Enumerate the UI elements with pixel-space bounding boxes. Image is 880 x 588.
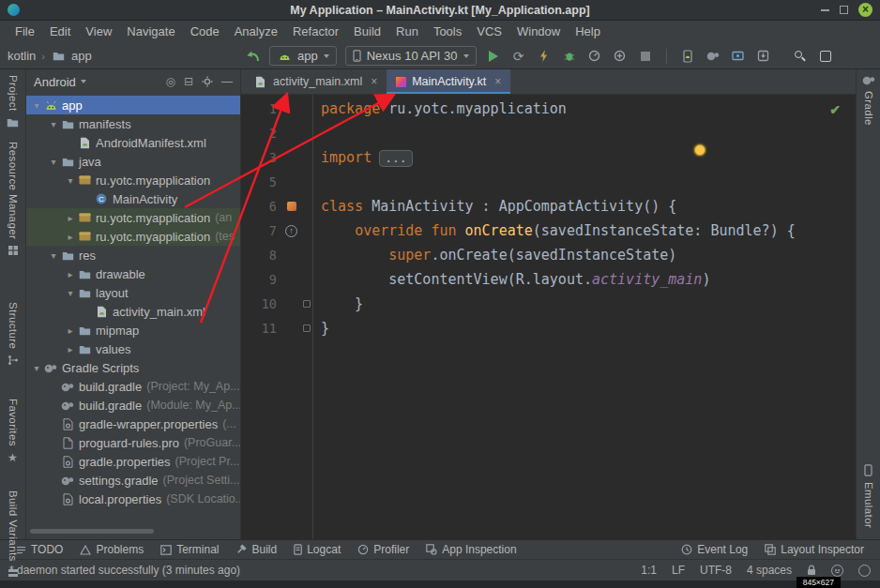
collapse-all-icon[interactable]: ⊟ <box>184 75 193 88</box>
fold-marker-icon[interactable] <box>303 300 311 308</box>
menu-item-run[interactable]: Run <box>388 21 426 43</box>
device-select[interactable]: Nexus 10 API 30 <box>345 46 477 66</box>
maximize-icon[interactable] <box>840 6 848 14</box>
sidebar-item-favorites[interactable]: Favorites ★ <box>8 399 19 463</box>
menu-item-tools[interactable]: Tools <box>426 21 469 43</box>
caret-position[interactable]: 1:1 <box>641 564 657 577</box>
hide-panel-icon[interactable]: — <box>221 75 233 88</box>
code-line[interactable]: 9 setContentView(R.layout.activity_main) <box>241 267 856 292</box>
tree-item-build-gradle[interactable]: build.gradle(Module: My_Ap... <box>26 396 240 415</box>
lock-icon[interactable] <box>807 565 816 576</box>
indent-setting[interactable]: 4 spaces <box>747 564 792 577</box>
run-config-select[interactable]: app <box>269 46 337 66</box>
tree-item-mainactivity[interactable]: CMainActivity <box>26 189 240 208</box>
tree-item-settings-gradle[interactable]: settings.gradle(Project Setti... <box>26 471 240 490</box>
tree-item-gradle-properties[interactable]: gradle.properties(Project Pr... <box>26 452 240 471</box>
locate-file-icon[interactable]: ◎ <box>165 75 174 88</box>
sidebar-item-emulator[interactable]: Emulator <box>863 464 874 528</box>
debug-icon[interactable] <box>561 48 578 65</box>
code-editor[interactable]: 1package ru.yotc.myapplication23import..… <box>241 95 856 539</box>
tree-item-build-gradle[interactable]: build.gradle(Project: My_Ap... <box>26 377 240 396</box>
minimize-icon[interactable] <box>821 9 829 11</box>
tree-item-mipmap[interactable]: ▸mipmap <box>26 321 240 339</box>
menu-item-code[interactable]: Code <box>183 21 227 43</box>
stop-icon[interactable] <box>637 48 654 65</box>
code-line[interactable]: 5 <box>241 170 856 194</box>
run-button[interactable] <box>485 48 502 65</box>
tab-mainactivity-kt[interactable]: MainActivity.kt × <box>387 69 510 94</box>
profiler-icon[interactable] <box>586 48 603 65</box>
toolwindow-button-terminal[interactable]: Terminal <box>152 543 227 556</box>
fold-marker-icon[interactable] <box>303 324 311 332</box>
tree-item-drawable[interactable]: ▸drawable <box>26 264 240 283</box>
toolwindow-button-build[interactable]: Build <box>228 543 286 556</box>
horizontal-scrollbar[interactable] <box>30 529 154 534</box>
menu-item-build[interactable]: Build <box>346 21 388 43</box>
code-line[interactable]: 1package ru.yotc.myapplication <box>241 97 856 121</box>
avd-manager-icon[interactable] <box>730 48 747 65</box>
breadcrumb-module[interactable]: kotlin <box>8 49 36 63</box>
menu-item-file[interactable]: File <box>8 21 42 43</box>
tree-item-gradle-wrapper-properties[interactable]: gradle-wrapper.properties(... <box>26 415 240 433</box>
sidebar-item-project[interactable]: Project <box>7 75 19 128</box>
code-line[interactable]: 8 super.onCreate(savedInstanceState) <box>241 243 856 267</box>
tree-item-res[interactable]: ▾res <box>26 246 240 264</box>
file-encoding[interactable]: UTF-8 <box>700 564 732 577</box>
menu-item-analyze[interactable]: Analyze <box>227 21 285 43</box>
toolwindow-button-todo[interactable]: TODO <box>8 543 71 556</box>
code-line[interactable]: 7↑ override fun onCreate(savedInstanceSt… <box>241 219 856 243</box>
menu-item-help[interactable]: Help <box>568 21 608 43</box>
tree-item-androidmanifest-xml[interactable]: AndroidManifest.xml <box>26 133 240 152</box>
sidebar-item-resource-manager[interactable]: Resource Manager <box>8 142 19 256</box>
settings-gear-icon[interactable] <box>202 76 213 87</box>
project-view-select[interactable]: Android <box>34 75 76 89</box>
menu-item-edit[interactable]: Edit <box>42 21 78 43</box>
notifications-icon[interactable] <box>858 565 871 577</box>
code-line[interactable]: 3import... <box>241 145 856 170</box>
tree-item-ru-yotc-myapplication[interactable]: ▸ru.yotc.myapplication(tes <box>26 227 240 246</box>
code-line[interactable]: 10 } <box>241 292 856 316</box>
toolwindow-button-event-log[interactable]: Event Log <box>673 543 756 556</box>
sidebar-item-gradle[interactable]: Gradle <box>862 75 875 126</box>
close-tab-icon[interactable]: × <box>494 75 501 88</box>
apply-code-changes-icon[interactable] <box>536 48 553 65</box>
toolwindow-button-logcat[interactable]: Logcat <box>285 543 349 556</box>
tab-activity-main-xml[interactable]: activity_main.xml × <box>243 69 387 94</box>
menu-item-view[interactable]: View <box>78 21 119 43</box>
attach-debugger-icon[interactable] <box>612 48 629 65</box>
tree-item-manifests[interactable]: ▾manifests <box>26 114 240 133</box>
device-manager-icon[interactable] <box>679 48 696 65</box>
code-line[interactable]: 6class MainActivity : AppCompatActivity(… <box>241 194 856 219</box>
sidebar-item-structure[interactable]: Structure <box>8 302 19 366</box>
tree-item-local-properties[interactable]: local.properties(SDK Locatio... <box>26 490 240 508</box>
menu-item-window[interactable]: Window <box>509 21 568 43</box>
menu-item-vcs[interactable]: VCS <box>469 21 509 43</box>
override-gutter-icon[interactable]: ↑ <box>285 225 297 237</box>
feedback-smiley-icon[interactable] <box>831 565 843 577</box>
menu-item-refactor[interactable]: Refactor <box>285 21 346 43</box>
sdk-manager-icon[interactable] <box>755 48 772 65</box>
breadcrumb-folder[interactable]: app <box>71 49 92 63</box>
tree-item-ru-yotc-myapplication[interactable]: ▸ru.yotc.myapplication(an <box>26 208 240 227</box>
menu-item-navigate[interactable]: Navigate <box>119 21 182 43</box>
toolwindow-button-app-inspection[interactable]: App Inspection <box>417 543 524 556</box>
search-icon[interactable] <box>792 48 809 65</box>
close-tab-icon[interactable]: × <box>371 75 377 88</box>
tree-item-gradle-scripts[interactable]: ▾Gradle Scripts <box>26 358 240 377</box>
toolwindow-button-profiler[interactable]: Profiler <box>349 543 417 556</box>
tree-item-java[interactable]: ▾java <box>26 152 240 171</box>
class-gutter-icon[interactable] <box>287 202 296 211</box>
apply-changes-icon[interactable]: ⟳ <box>510 48 527 65</box>
settings-icon[interactable] <box>817 48 834 65</box>
tree-item-proguard-rules-pro[interactable]: proguard-rules.pro(ProGuar... <box>26 433 240 452</box>
line-ending[interactable]: LF <box>672 564 685 577</box>
tree-item-activity-main-xml[interactable]: activity_main.xml <box>26 302 240 321</box>
toolwindow-button-layout-inspector[interactable]: Layout Inspector <box>756 543 872 556</box>
inspection-ok-icon[interactable]: ✔ <box>829 102 841 117</box>
tree-item-layout[interactable]: ▾layout <box>26 283 240 302</box>
code-line[interactable]: 2 <box>241 121 856 145</box>
intention-bulb-icon[interactable] <box>694 144 706 156</box>
close-icon[interactable]: × <box>858 3 872 17</box>
toolwindow-button-problems[interactable]: Problems <box>71 543 152 556</box>
back-arrow-icon[interactable] <box>244 48 261 65</box>
